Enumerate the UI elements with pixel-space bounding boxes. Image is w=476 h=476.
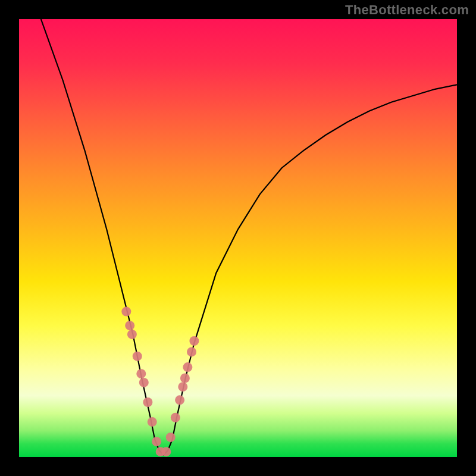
highlight-dot [139,378,149,387]
highlight-dot [121,307,131,317]
bottleneck-curve [41,19,457,455]
highlight-dot [161,447,171,456]
plot-area [19,19,457,457]
highlight-dot [189,336,199,346]
highlight-dot [133,352,142,361]
highlight-dot [180,374,190,383]
highlight-dot [143,397,152,407]
highlight-dot [183,362,192,372]
watermark-text: TheBottleneck.com [345,2,469,18]
highlight-dot [136,369,146,378]
highlight-dot [178,382,187,392]
highlight-dots [121,307,199,457]
highlight-dot [152,437,161,446]
highlight-dot [127,330,137,339]
highlight-dot [171,413,180,422]
highlight-dot [175,395,184,405]
chart-svg [19,19,457,457]
highlight-dot [187,347,196,356]
highlight-dot [166,433,176,442]
highlight-dot [148,417,157,427]
chart-frame: TheBottleneck.com [0,0,476,476]
highlight-dot [125,321,134,330]
